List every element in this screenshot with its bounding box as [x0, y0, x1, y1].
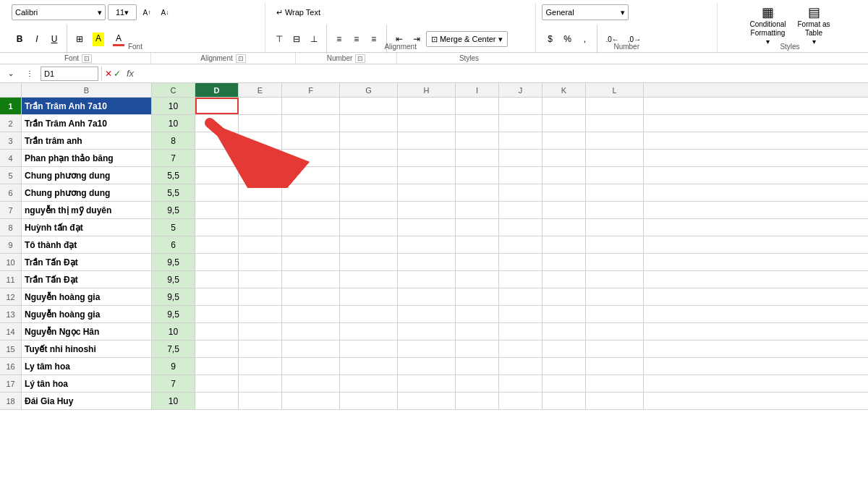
collapse-btn[interactable]: ⌄ [3, 66, 19, 82]
cell-b-14[interactable]: Nguyễn Ngọc Hân [22, 323, 152, 340]
cell-i-15[interactable] [456, 341, 499, 357]
cell-g-6[interactable] [340, 184, 398, 201]
cell-c-3[interactable]: 8 [152, 132, 195, 149]
cell-l-12[interactable] [586, 288, 644, 305]
cell-h-18[interactable] [398, 393, 456, 409]
row-header-13[interactable]: 13 [0, 306, 22, 322]
cell-f-3[interactable] [282, 132, 340, 149]
cell-c-15[interactable]: 7,5 [152, 341, 195, 357]
cell-d-9[interactable] [195, 236, 239, 253]
cell-c-18[interactable]: 10 [152, 393, 195, 409]
cell-h-12[interactable] [398, 288, 456, 305]
cell-i-14[interactable] [456, 323, 499, 340]
cell-f-15[interactable] [282, 341, 340, 357]
cell-f-9[interactable] [282, 236, 340, 253]
cell-f-17[interactable] [282, 375, 340, 392]
cell-g-17[interactable] [340, 375, 398, 392]
cell-e-5[interactable] [239, 167, 282, 184]
cell-l-1[interactable] [586, 98, 644, 114]
cell-g-12[interactable] [340, 288, 398, 305]
cell-f-7[interactable] [282, 202, 340, 218]
cell-h-9[interactable] [398, 236, 456, 253]
cell-h-11[interactable] [398, 271, 456, 288]
col-header-F[interactable]: F [282, 83, 340, 97]
cell-g-15[interactable] [340, 341, 398, 357]
cell-i-6[interactable] [456, 184, 499, 201]
wrap-text-btn[interactable]: ↵ Wrap Text [271, 4, 326, 20]
row-header-2[interactable]: 2 [0, 115, 22, 132]
cell-e-12[interactable] [239, 288, 282, 305]
cell-c-13[interactable]: 9,5 [152, 306, 195, 322]
cell-l-16[interactable] [586, 358, 644, 374]
cell-d-14[interactable] [195, 323, 239, 340]
row-header-15[interactable]: 15 [0, 341, 22, 357]
cell-c-7[interactable]: 9,5 [152, 202, 195, 218]
cell-b-3[interactable]: Trần trâm anh [22, 132, 152, 149]
fill-color-btn[interactable]: A [89, 31, 108, 47]
cell-j-7[interactable] [499, 202, 542, 218]
cell-i-8[interactable] [456, 219, 499, 236]
cell-d-18[interactable] [195, 393, 239, 409]
cell-k-7[interactable] [542, 202, 586, 218]
align-center-btn[interactable]: ≡ [349, 31, 365, 47]
cell-d-5[interactable] [195, 167, 239, 184]
cell-g-2[interactable] [340, 115, 398, 132]
format-as-table-btn[interactable]: ▤ Format asTable ▾ [793, 4, 835, 45]
cell-k-3[interactable] [542, 132, 586, 149]
cell-e-14[interactable] [239, 323, 282, 340]
row-header-4[interactable]: 4 [0, 150, 22, 166]
cell-c-1[interactable]: 10 [152, 98, 195, 114]
col-header-D[interactable]: D [195, 83, 239, 97]
cell-j-12[interactable] [499, 288, 542, 305]
cell-k-9[interactable] [542, 236, 586, 253]
cell-j-10[interactable] [499, 254, 542, 270]
row-header-16[interactable]: 16 [0, 358, 22, 374]
currency-btn[interactable]: $ [542, 31, 558, 47]
cell-e-7[interactable] [239, 202, 282, 218]
cell-j-9[interactable] [499, 236, 542, 253]
col-D-resize[interactable] [236, 83, 240, 97]
cell-h-13[interactable] [398, 306, 456, 322]
cell-g-18[interactable] [340, 393, 398, 409]
cell-f-18[interactable] [282, 393, 340, 409]
cell-d-13[interactable] [195, 306, 239, 322]
cell-l-14[interactable] [586, 323, 644, 340]
cell-i-10[interactable] [456, 254, 499, 270]
font-color-btn[interactable]: A [109, 31, 128, 47]
cell-f-1[interactable] [282, 98, 340, 114]
cell-k-15[interactable] [542, 341, 586, 357]
cell-i-1[interactable] [456, 98, 499, 114]
row-header-7[interactable]: 7 [0, 202, 22, 218]
underline-btn[interactable]: U [46, 31, 62, 47]
cell-c-12[interactable]: 9,5 [152, 288, 195, 305]
cell-l-2[interactable] [586, 115, 644, 132]
cell-j-17[interactable] [499, 375, 542, 392]
cell-g-9[interactable] [340, 236, 398, 253]
cell-e-8[interactable] [239, 219, 282, 236]
comma-btn[interactable]: , [576, 31, 592, 47]
row-header-6[interactable]: 6 [0, 184, 22, 201]
cell-h-16[interactable] [398, 358, 456, 374]
cell-h-6[interactable] [398, 184, 456, 201]
cell-i-3[interactable] [456, 132, 499, 149]
cell-k-2[interactable] [542, 115, 586, 132]
cell-f-12[interactable] [282, 288, 340, 305]
row-header-17[interactable]: 17 [0, 375, 22, 392]
cell-b-17[interactable]: Lý tân hoa [22, 375, 152, 392]
col-header-H[interactable]: H [398, 83, 456, 97]
percent-btn[interactable]: % [559, 31, 575, 47]
row-header-5[interactable]: 5 [0, 167, 22, 184]
align-right-btn[interactable]: ≡ [366, 31, 382, 47]
cell-c-2[interactable]: 10 [152, 115, 195, 132]
font-size-decrease-btn[interactable]: A↓ [157, 4, 173, 20]
cell-j-18[interactable] [499, 393, 542, 409]
cell-d-15[interactable] [195, 341, 239, 357]
cell-g-14[interactable] [340, 323, 398, 340]
conditional-formatting-btn[interactable]: ▦ ConditionalFormatting ▾ [744, 4, 791, 45]
cell-e-2[interactable] [239, 115, 282, 132]
cell-e-3[interactable] [239, 132, 282, 149]
cell-b-7[interactable]: nguyễn thị mỹ duyên [22, 202, 152, 218]
cell-j-16[interactable] [499, 358, 542, 374]
cell-k-11[interactable] [542, 271, 586, 288]
cell-j-1[interactable] [499, 98, 542, 114]
